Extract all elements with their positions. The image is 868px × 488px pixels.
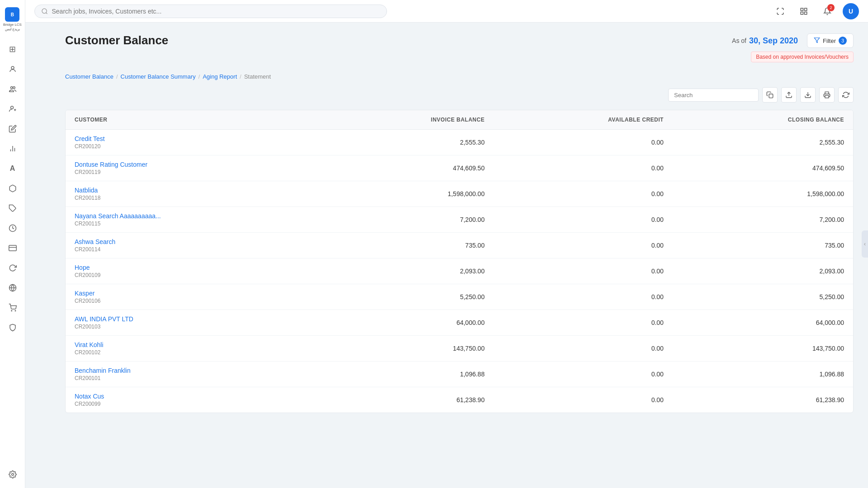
customer-name-link[interactable]: Nayana Search Aaaaaaaaaa... <box>75 212 310 220</box>
notification-button[interactable]: 2 <box>819 3 835 19</box>
svg-point-1 <box>10 87 13 89</box>
customer-code: CR200106 <box>75 298 310 304</box>
edit-icon[interactable] <box>4 120 22 138</box>
table-row: Nayana Search Aaaaaaaaaa... CR200115 7,2… <box>66 207 853 233</box>
closing-balance-cell: 735.00 <box>673 233 853 258</box>
app-logo[interactable]: B Bridge LCS بريدج لنس <box>3 5 22 34</box>
svg-rect-23 <box>805 12 807 14</box>
grid-button[interactable] <box>796 3 812 19</box>
breadcrumb-statement: Statement <box>244 73 271 80</box>
right-edge-handle[interactable]: ‹ <box>862 230 868 258</box>
invoice-balance-cell: 735.00 <box>319 233 494 258</box>
customer-name-link[interactable]: Hope <box>75 264 310 271</box>
closing-balance-cell: 474,609.50 <box>673 155 853 181</box>
header-right: As of 30, Sep 2020 Filter 3 Based on app… <box>732 33 854 70</box>
svg-point-0 <box>11 66 14 69</box>
table-row: Kasper CR200106 5,250.00 0.00 5,250.00 <box>66 284 853 310</box>
svg-point-15 <box>11 310 12 311</box>
card-icon[interactable] <box>4 239 22 257</box>
customer-name-link[interactable]: Dontuse Rating Customer <box>75 161 310 168</box>
breadcrumb-customer-balance[interactable]: Customer Balance <box>65 73 113 80</box>
copy-button[interactable] <box>762 87 778 103</box>
customer-code: CR200103 <box>75 324 310 330</box>
user-avatar[interactable]: U <box>843 3 859 19</box>
customer-name-link[interactable]: Virat Kohli <box>75 341 310 348</box>
main-content: Customer Balance As of 30, Sep 2020 Filt… <box>51 23 868 488</box>
table-search-input[interactable] <box>668 89 759 102</box>
customer-cell: Hope CR200109 <box>66 258 319 284</box>
customer-name-link[interactable]: Kasper <box>75 290 310 297</box>
text-icon[interactable]: A <box>4 160 22 178</box>
svg-rect-11 <box>9 245 16 251</box>
chart-icon[interactable] <box>4 140 22 158</box>
refresh-icon[interactable] <box>4 259 22 277</box>
filter-button[interactable]: Filter 3 <box>807 33 854 48</box>
customer-name-link[interactable]: Notax Cus <box>75 393 310 400</box>
box-icon[interactable] <box>4 179 22 197</box>
invoice-balance-cell: 1,096.88 <box>319 361 494 387</box>
svg-rect-21 <box>805 8 807 10</box>
invoice-balance-cell: 1,598,000.00 <box>319 181 494 207</box>
invoice-balance-cell: 5,250.00 <box>319 284 494 310</box>
available-credit-cell: 0.00 <box>494 207 673 233</box>
closing-balance-cell: 2,555.30 <box>673 130 853 155</box>
available-credit-cell: 0.00 <box>494 155 673 181</box>
svg-rect-25 <box>769 94 773 98</box>
fullscreen-button[interactable] <box>772 3 788 19</box>
globe-icon[interactable] <box>4 279 22 297</box>
closing-balance-cell: 64,000.00 <box>673 310 853 336</box>
customer-code: CR200099 <box>75 401 310 407</box>
people-icon[interactable] <box>4 80 22 98</box>
import-button[interactable] <box>781 87 797 103</box>
customer-name-link[interactable]: Benchamin Franklin <box>75 367 310 374</box>
page-title: Customer Balance <box>65 33 168 47</box>
closing-balance-cell: 1,096.88 <box>673 361 853 387</box>
customer-name-link[interactable]: Natblida <box>75 187 310 194</box>
customer-cell: Benchamin Franklin CR200101 <box>66 361 319 387</box>
print-button[interactable] <box>819 87 835 103</box>
invoice-balance-cell: 474,609.50 <box>319 155 494 181</box>
breadcrumb-customer-balance-summary[interactable]: Customer Balance Summary <box>121 73 196 80</box>
customer-name-link[interactable]: AWL INDIA PVT LTD <box>75 315 310 323</box>
available-credit-cell: 0.00 <box>494 130 673 155</box>
export-button[interactable] <box>800 87 816 103</box>
sidebar: B Bridge LCS بريدج لنس ⊞ A <box>0 0 25 488</box>
refresh-button[interactable] <box>838 87 854 103</box>
customer-code: CR200115 <box>75 221 310 227</box>
customer-name-link[interactable]: Ashwa Search <box>75 238 310 245</box>
available-credit-cell: 0.00 <box>494 233 673 258</box>
customer-code: CR200109 <box>75 272 310 278</box>
customer-name-link[interactable]: Credit Test <box>75 135 310 142</box>
filter-label: Filter <box>823 38 836 44</box>
closing-balance-cell: 1,598,000.00 <box>673 181 853 207</box>
closing-balance-cell: 61,238.90 <box>673 387 853 413</box>
available-credit-cell: 0.00 <box>494 387 673 413</box>
tag-icon[interactable] <box>4 199 22 217</box>
available-credit-cell: 0.00 <box>494 258 673 284</box>
shield-icon[interactable] <box>4 319 22 337</box>
approved-badge: Based on approved Invoices/Vouchers <box>751 52 854 62</box>
person-add-icon[interactable] <box>4 100 22 118</box>
svg-rect-22 <box>801 12 803 14</box>
person-icon[interactable] <box>4 60 22 78</box>
table-row: Notax Cus CR200099 61,238.90 0.00 61,238… <box>66 387 853 413</box>
clock-icon[interactable] <box>4 219 22 237</box>
breadcrumb-aging-report[interactable]: Aging Report <box>203 73 237 80</box>
settings-icon[interactable] <box>4 465 22 483</box>
svg-marker-24 <box>814 38 820 42</box>
customer-table: CUSTOMER INVOICE BALANCE AVAILABLE CREDI… <box>65 110 854 413</box>
customer-cell: Nayana Search Aaaaaaaaaa... CR200115 <box>66 207 319 233</box>
closing-balance-cell: 5,250.00 <box>673 284 853 310</box>
dashboard-icon[interactable]: ⊞ <box>4 40 22 58</box>
cart-icon[interactable] <box>4 299 22 317</box>
customer-cell: Credit Test CR200120 <box>66 130 319 155</box>
closing-balance-cell: 143,750.00 <box>673 336 853 361</box>
customer-code: CR200114 <box>75 246 310 253</box>
global-search-bar[interactable] <box>34 5 387 18</box>
col-invoice-balance: INVOICE BALANCE <box>319 110 494 130</box>
search-input[interactable] <box>52 8 381 15</box>
topbar: 2 U <box>25 0 868 23</box>
table-row: Credit Test CR200120 2,555.30 0.00 2,555… <box>66 130 853 155</box>
svg-point-18 <box>42 9 47 13</box>
customer-code: CR200119 <box>75 169 310 175</box>
